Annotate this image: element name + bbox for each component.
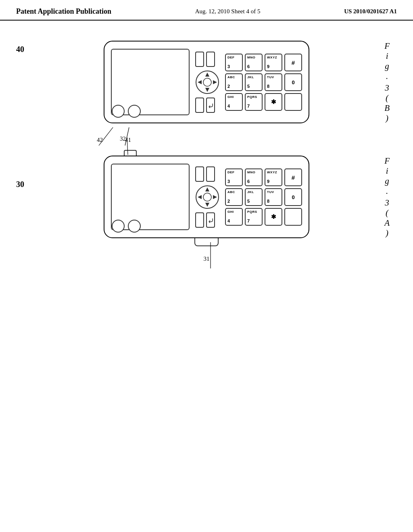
device-30-bottom-btns bbox=[112, 220, 141, 233]
key-9b[interactable]: WXYZ9 bbox=[265, 168, 282, 186]
key-3[interactable]: DEF3 bbox=[225, 54, 243, 71]
controls-row-3b bbox=[195, 212, 219, 228]
controls-row-3 bbox=[195, 98, 219, 113]
svg-marker-11 bbox=[205, 187, 209, 191]
btn-1[interactable] bbox=[195, 98, 204, 113]
key-2b[interactable]: ABC2 bbox=[225, 188, 243, 206]
fig-3a-label: F i g . 3 ( A ) bbox=[384, 156, 390, 238]
small-btn-right[interactable] bbox=[206, 52, 215, 67]
svg-marker-3 bbox=[205, 88, 209, 92]
key-2[interactable]: ABC2 bbox=[225, 73, 243, 91]
svg-line-6 bbox=[99, 127, 113, 145]
dpad-b[interactable] bbox=[195, 185, 219, 209]
controls-row-2 bbox=[195, 70, 219, 94]
svg-point-10 bbox=[203, 193, 211, 201]
main-content: 40 bbox=[0, 25, 413, 266]
device-40-body: DEF3 MNO6 WXYZ9 # ABC2 JKL5 TUV8 0 GHI4 … bbox=[104, 41, 309, 123]
page-header: Patent Application Publication Aug. 12, … bbox=[0, 0, 413, 21]
svg-marker-4 bbox=[198, 80, 202, 84]
header-publication-label: Patent Application Publication bbox=[16, 7, 111, 16]
fig-3b-label: F i g . 3 ( B ) bbox=[384, 41, 390, 123]
key-5[interactable]: JKL5 bbox=[245, 73, 263, 91]
key-6b[interactable]: MNO6 bbox=[245, 168, 263, 186]
key-blank-1b bbox=[284, 208, 302, 226]
device-30-body: DEF3 MNO6 WXYZ9 # ABC2 JKL5 TUV8 0 GHI4 … bbox=[104, 156, 309, 238]
key-0[interactable]: 0 bbox=[284, 73, 302, 91]
key-hash-b[interactable]: # bbox=[284, 168, 302, 186]
ref-32-line bbox=[116, 135, 140, 156]
device-40-controls bbox=[195, 52, 219, 113]
key-9[interactable]: WXYZ9 bbox=[265, 54, 282, 71]
top-btn-pair-b bbox=[195, 166, 215, 182]
figure-3b-section: 40 bbox=[16, 41, 397, 123]
ref-31-line bbox=[194, 238, 227, 270]
key-star-b[interactable]: ✱ bbox=[265, 208, 282, 226]
circle-btn-right-b[interactable] bbox=[128, 220, 141, 233]
key-hash[interactable]: # bbox=[284, 54, 302, 71]
header-date-sheet: Aug. 12, 2010 Sheet 4 of 5 bbox=[195, 8, 261, 15]
key-5b[interactable]: JKL5 bbox=[245, 188, 263, 206]
key-6[interactable]: MNO6 bbox=[245, 54, 263, 71]
key-7b[interactable]: PQRS7 bbox=[245, 208, 263, 226]
small-btn-left-b[interactable] bbox=[195, 166, 204, 182]
controls-row-1 bbox=[195, 52, 219, 67]
key-8[interactable]: TUV8 bbox=[265, 73, 282, 91]
header-patent-number: US 2010/0201627 A1 bbox=[344, 8, 397, 15]
circle-btn-right[interactable] bbox=[128, 105, 141, 118]
svg-marker-5 bbox=[213, 80, 217, 84]
device-40-bottom-btns bbox=[112, 105, 141, 118]
controls-row-1b bbox=[195, 166, 219, 182]
device-40-keypad: DEF3 MNO6 WXYZ9 # ABC2 JKL5 TUV8 0 GHI4 … bbox=[225, 54, 302, 111]
svg-marker-2 bbox=[205, 73, 209, 77]
btn-return[interactable] bbox=[206, 98, 215, 113]
circle-btn-left[interactable] bbox=[112, 105, 125, 118]
svg-point-1 bbox=[203, 78, 211, 86]
key-7[interactable]: PQRS7 bbox=[245, 93, 263, 111]
circle-btn-left-b[interactable] bbox=[112, 220, 125, 233]
svg-line-8 bbox=[127, 137, 128, 155]
bottom-btn-pair bbox=[195, 98, 215, 113]
bottom-btn-pair-b bbox=[195, 212, 215, 228]
btn-1b[interactable] bbox=[195, 212, 204, 228]
device-30-controls bbox=[195, 166, 219, 228]
key-star[interactable]: ✱ bbox=[265, 93, 282, 111]
key-3b[interactable]: DEF3 bbox=[225, 168, 243, 186]
device-30-keypad: DEF3 MNO6 WXYZ9 # ABC2 JKL5 TUV8 0 GHI4 … bbox=[225, 168, 302, 226]
dpad[interactable] bbox=[195, 70, 219, 94]
key-8b[interactable]: TUV8 bbox=[265, 188, 282, 206]
key-0b[interactable]: 0 bbox=[284, 188, 302, 206]
top-btn-pair bbox=[195, 52, 215, 67]
controls-row-2b bbox=[195, 185, 219, 209]
device-30-wrapper: 32 bbox=[104, 156, 309, 238]
key-blank-1 bbox=[284, 93, 302, 111]
svg-marker-13 bbox=[198, 195, 202, 199]
small-btn-right-b[interactable] bbox=[206, 166, 215, 182]
btn-return-b[interactable] bbox=[206, 212, 215, 228]
figure-3a-section: 30 32 bbox=[16, 156, 397, 238]
svg-marker-14 bbox=[213, 195, 217, 199]
small-btn-left[interactable] bbox=[195, 52, 204, 67]
key-4[interactable]: GHI4 bbox=[225, 93, 243, 111]
svg-marker-12 bbox=[205, 203, 209, 207]
key-4b[interactable]: GHI4 bbox=[225, 208, 243, 226]
